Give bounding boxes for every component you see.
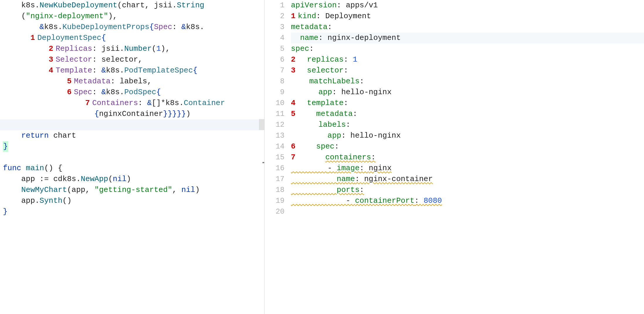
token — [3, 99, 85, 107]
token — [3, 44, 49, 53]
line-number-gutter: 1234567891011121314151617181920 — [265, 0, 291, 314]
token: hello-nginx — [350, 131, 401, 140]
token: app — [21, 175, 35, 183]
code-line[interactable]: metadata: — [291, 22, 644, 33]
code-line[interactable]: 4Template: &k8s.PodTemplateSpec{ — [0, 65, 264, 76]
code-line[interactable] — [0, 119, 264, 130]
code-line[interactable]: matchLabels: — [291, 76, 644, 87]
code-line[interactable]: - image: nginx — [291, 163, 644, 174]
code-line[interactable]: labels: — [291, 119, 644, 130]
code-line[interactable]: app.Synth() — [0, 195, 264, 206]
token: : — [309, 44, 314, 53]
line-number: 17 — [265, 174, 284, 185]
token: selector — [101, 55, 138, 64]
token: Container — [184, 99, 225, 107]
token — [3, 109, 94, 118]
token — [291, 131, 328, 140]
right-editor-pane[interactable]: 1234567891011121314151617181920 apiVersi… — [265, 0, 644, 314]
token: . — [76, 175, 81, 183]
code-line[interactable]: 6 spec: — [291, 141, 644, 152]
code-line[interactable]: 2 replicas: 1 — [291, 54, 644, 65]
code-line[interactable]: app: hello-nginx — [291, 87, 644, 98]
token — [3, 185, 21, 194]
token: NewMyChart — [21, 185, 67, 194]
code-line[interactable]: &k8s.KubeDeploymentProps{Spec: &k8s. — [0, 22, 264, 33]
token: k8s — [106, 88, 120, 97]
token: } — [3, 141, 8, 152]
token: spec — [316, 142, 334, 151]
token — [291, 77, 309, 86]
token: : — [328, 23, 332, 31]
token: ( — [108, 175, 113, 183]
code-line[interactable]: 7Containers: &[]*k8s.Container — [0, 98, 264, 109]
token: template — [307, 99, 344, 107]
ref-marker: 6 — [291, 142, 296, 151]
token: Containers — [92, 99, 138, 107]
token: : — [334, 142, 339, 151]
token — [291, 185, 337, 194]
token: 1 — [156, 44, 161, 53]
token: : — [92, 88, 101, 97]
token: , — [147, 77, 152, 86]
token: : — [332, 88, 341, 97]
yaml-code[interactable]: apiVersion: apps/v11kind: Deploymentmeta… — [291, 0, 644, 314]
token: app — [328, 131, 341, 140]
token: labels — [318, 120, 346, 129]
code-line[interactable]: 7 containers: — [291, 152, 644, 163]
line-number: 2 — [265, 11, 284, 22]
token: : — [318, 33, 328, 42]
code-line[interactable] — [0, 152, 264, 163]
token: metadata — [316, 109, 353, 118]
code-line[interactable]: } — [0, 206, 264, 217]
line-number: 20 — [265, 206, 284, 217]
token: : — [344, 99, 348, 107]
token — [3, 33, 30, 42]
token: matchLabels — [309, 77, 360, 86]
code-line[interactable]: 2Replicas: jsii.Number(1), — [0, 43, 264, 54]
line-number: 15 — [265, 152, 284, 163]
code-line[interactable]: {nginxContainer}}}}}) — [0, 109, 264, 119]
token: k8s — [165, 99, 179, 107]
line-number: 5 — [265, 43, 284, 54]
code-line[interactable]: 6Spec: &k8s.PodSpec{ — [0, 87, 264, 98]
token — [3, 66, 49, 75]
code-line[interactable]: ("nginx-deployment"), — [0, 11, 264, 22]
token: & — [101, 66, 106, 75]
code-line[interactable]: apiVersion: apps/v1 — [291, 0, 644, 11]
code-line[interactable]: } — [0, 141, 264, 152]
code-line[interactable]: 3Selector: selector, — [0, 54, 264, 65]
token — [3, 196, 21, 205]
ref-marker: 6 — [67, 88, 72, 97]
code-line[interactable]: 5Metadata: labels, — [0, 76, 264, 87]
go-code[interactable]: k8s.NewKubeDeployment(chart, jsii.String… — [0, 0, 264, 217]
left-editor-pane[interactable]: k8s.NewKubeDeployment(chart, jsii.String… — [0, 0, 265, 314]
code-line[interactable]: ports: — [291, 185, 644, 195]
code-line[interactable]: return chart — [0, 130, 264, 141]
code-line[interactable] — [291, 206, 644, 217]
code-line[interactable]: 1kind: Deployment — [291, 11, 644, 22]
code-line[interactable]: spec: — [291, 43, 644, 54]
token — [3, 1, 21, 10]
code-line[interactable]: func main() { — [0, 163, 264, 174]
code-line[interactable]: name: nginx-container — [291, 174, 644, 185]
code-line[interactable]: k8s.NewKubeDeployment(chart, jsii.String — [0, 0, 264, 11]
code-line[interactable]: app: hello-nginx — [291, 130, 644, 141]
token: app — [72, 185, 85, 194]
code-line[interactable]: - containerPort: 8080 — [291, 195, 644, 206]
token: func — [3, 164, 21, 173]
token: ) — [186, 109, 191, 118]
code-line[interactable]: 1DeploymentSpec{ — [0, 33, 264, 43]
code-line[interactable]: NewMyChart(app, "getting-started", nil) — [0, 185, 264, 195]
token: Spec — [154, 23, 172, 31]
code-line[interactable]: name: nginx-deployment — [291, 33, 644, 43]
token: ) — [126, 175, 131, 183]
code-line[interactable]: app := cdk8s.NewApp(nil) — [0, 174, 264, 185]
code-line[interactable]: 4 template: — [291, 98, 644, 109]
token: : — [341, 131, 350, 140]
code-line[interactable]: 3 selector: — [291, 65, 644, 76]
token: Deployment — [325, 12, 371, 21]
token: Synth — [40, 196, 62, 205]
token: nginxContainer — [99, 109, 163, 118]
code-line[interactable]: 5 metadata: — [291, 109, 644, 119]
token: k8s — [186, 23, 200, 31]
